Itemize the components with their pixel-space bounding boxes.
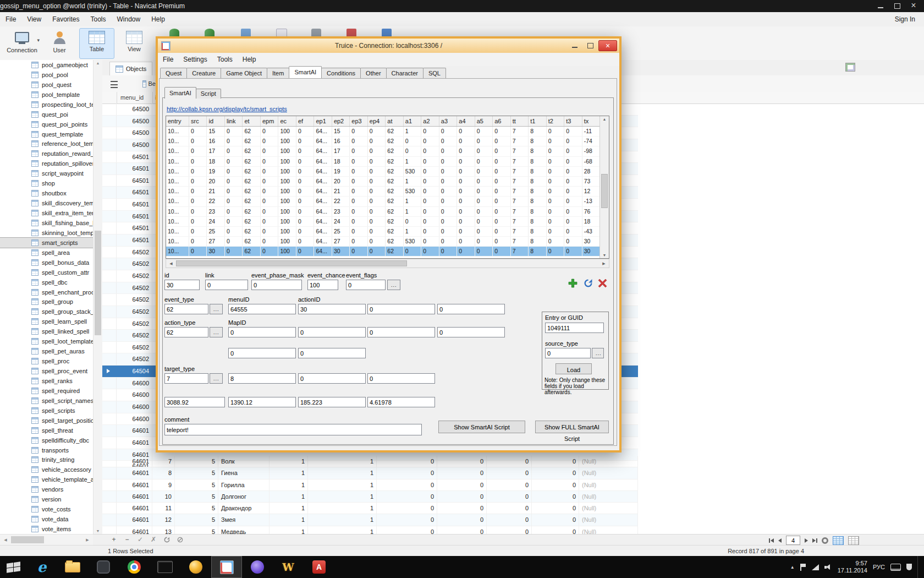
table-cell[interactable]: 0 — [493, 227, 510, 236]
table-cell[interactable]: 62 — [243, 207, 260, 216]
table-cell[interactable]: 530 — [404, 237, 421, 246]
refresh-icon[interactable] — [161, 535, 172, 546]
table-cell[interactable]: 0 — [457, 167, 475, 176]
table-cell[interactable]: 64... — [314, 187, 332, 196]
table-cell[interactable]: 0 — [225, 237, 243, 246]
gear-icon[interactable] — [822, 537, 828, 544]
sidebar-item[interactable]: spelldifficulty_dbc — [0, 435, 93, 445]
table-cell[interactable]: 62 — [386, 187, 403, 196]
table-cell[interactable]: 8 — [529, 247, 546, 256]
table-cell[interactable]: 0 — [487, 503, 532, 514]
table-cell[interactable]: 0 — [261, 137, 278, 146]
table-cell[interactable]: 28 — [582, 167, 600, 176]
column-header[interactable]: at — [386, 116, 403, 126]
table-row[interactable]: 10...0300620100064...300062000000780030 — [166, 247, 600, 257]
table-cell[interactable]: (Null) — [579, 467, 638, 478]
table-cell[interactable]: 11 — [152, 503, 175, 514]
table-cell[interactable]: 64601 — [117, 503, 152, 514]
tab[interactable]: Item — [267, 68, 289, 78]
table-cell[interactable]: 62 — [386, 167, 403, 176]
sidebar-item[interactable]: spell_group — [0, 297, 93, 307]
table-cell[interactable]: 1 — [404, 177, 421, 186]
table-cell[interactable]: 0 — [368, 187, 386, 196]
table-cell[interactable]: (Null) — [579, 514, 638, 525]
sidebar-item[interactable]: quest_template — [0, 129, 93, 139]
table-cell[interactable]: 0 — [189, 217, 207, 226]
table-cell[interactable]: 0 — [350, 157, 367, 166]
menu-item[interactable]: Tools — [85, 12, 112, 26]
scroll-up-icon[interactable]: ▲ — [600, 117, 609, 121]
show-smartai-script-button[interactable]: Show SmartAI Script — [438, 421, 525, 433]
table-cell[interactable]: 10... — [166, 217, 189, 226]
table-cell[interactable]: 0 — [532, 514, 579, 525]
table-cell[interactable]: 0 — [421, 137, 439, 146]
sidebar-item[interactable]: spell_area — [0, 248, 93, 258]
table-cell[interactable]: 1 — [270, 503, 308, 514]
table-cell[interactable]: 64... — [314, 137, 332, 146]
source-type-picker-button[interactable]: ... — [592, 348, 604, 358]
source-type-field[interactable] — [545, 348, 591, 358]
table-cell[interactable]: 5 — [175, 479, 218, 490]
form-view-icon[interactable] — [848, 536, 859, 545]
table-cell[interactable]: 0 — [296, 247, 314, 256]
column-header[interactable]: tx — [582, 116, 600, 126]
sidebar-item[interactable]: smart_scripts — [0, 238, 93, 248]
table-cell[interactable]: 0 — [437, 514, 487, 525]
event-type-picker-button[interactable]: ... — [210, 304, 223, 314]
column-header[interactable]: t1 — [529, 116, 546, 126]
table-cell[interactable]: 18 — [332, 157, 350, 166]
table-cell[interactable]: 18 — [207, 157, 224, 166]
table-cell[interactable]: 0 — [296, 137, 314, 146]
target-param2-field[interactable] — [298, 373, 366, 384]
sidebar-item[interactable]: quest_poi_points — [0, 119, 93, 129]
table-cell[interactable]: 19 — [207, 167, 224, 176]
tab[interactable]: SmartAI — [289, 66, 322, 78]
table-cell[interactable]: 0 — [475, 127, 493, 136]
table-row[interactable]: 10...0240620100064...240062000000780018 — [166, 217, 600, 227]
table-cell[interactable]: 1 — [270, 491, 308, 502]
table-cell[interactable]: 0 — [296, 157, 314, 166]
table-cell[interactable]: 0 — [368, 146, 386, 156]
table-cell[interactable]: -13 — [582, 197, 600, 206]
table-cell[interactable]: 530 — [404, 187, 421, 196]
table-cell[interactable]: 8 — [529, 137, 546, 146]
table-cell[interactable]: 0 — [475, 157, 493, 166]
table-row[interactable]: 6460175Волк110000(Null) — [102, 456, 638, 467]
menu-item[interactable]: Help — [238, 53, 261, 66]
table-cell[interactable]: 0 — [296, 187, 314, 196]
table-cell[interactable]: 0 — [493, 217, 510, 226]
table-cell[interactable]: 100 — [278, 157, 296, 166]
target-param3-field[interactable] — [367, 373, 435, 384]
id-field[interactable] — [164, 280, 200, 290]
table-cell[interactable]: 0 — [547, 197, 564, 206]
table-cell[interactable]: 100 — [278, 207, 296, 216]
table-cell[interactable]: 62 — [243, 137, 260, 146]
table-cell[interactable]: 0 — [493, 187, 510, 196]
table-cell[interactable]: 62 — [386, 177, 403, 186]
table-cell[interactable]: 0 — [421, 157, 439, 166]
column-header[interactable]: t3 — [564, 116, 582, 126]
action-type-field[interactable] — [164, 327, 208, 337]
wiki-link[interactable]: http://collab.kpsn.org/display/tc/smart_… — [167, 106, 287, 112]
action-center-icon[interactable] — [800, 564, 806, 571]
table-cell[interactable]: 0 — [368, 177, 386, 186]
event-phase-mask-field[interactable] — [251, 280, 302, 290]
table-cell[interactable]: 10... — [166, 207, 189, 216]
table-cell[interactable]: 7 — [511, 146, 529, 156]
table-cell[interactable]: 0 — [189, 146, 207, 156]
table-cell[interactable]: 0 — [475, 237, 493, 246]
table-cell[interactable]: 8 — [529, 146, 546, 156]
table-cell[interactable]: 1 — [308, 456, 377, 467]
table-cell[interactable]: 0 — [475, 247, 493, 256]
table-cell[interactable]: 7 — [511, 137, 529, 146]
sidebar-item[interactable]: spell_scripts — [0, 406, 93, 416]
table-cell[interactable]: Горилла — [218, 479, 270, 490]
table-row[interactable]: 10...0250620100064...2500621000007800-43 — [166, 227, 600, 237]
table-cell[interactable]: 0 — [421, 207, 439, 216]
table-cell[interactable]: 0 — [421, 146, 439, 156]
table-cell[interactable]: 0 — [296, 227, 314, 236]
load-button[interactable]: Load — [556, 363, 592, 374]
column-header[interactable]: epm — [261, 116, 278, 126]
table-cell[interactable]: 0 — [564, 167, 582, 176]
table-cell[interactable]: 0 — [421, 217, 439, 226]
